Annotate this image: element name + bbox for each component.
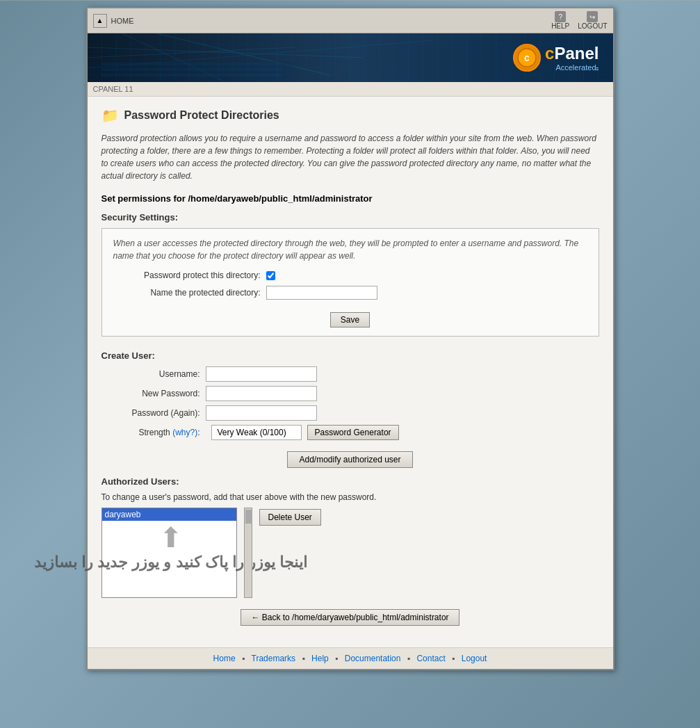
password-again-label: Password (Again): (101, 408, 206, 418)
footer-nav: Home ▪ Trademarks ▪ Help ▪ Documentation… (88, 647, 613, 669)
create-user-section: Create User: Username: New Password: Pas… (101, 350, 599, 440)
help-icon: ? (555, 11, 566, 22)
svg-rect-7 (101, 68, 281, 71)
cpanel-logo-text-group: c Panel Accelerated₂ (545, 44, 599, 72)
password-generator-button[interactable]: Password Generator (307, 425, 399, 440)
scrollbar[interactable] (244, 508, 252, 598)
authorized-users-header: Authorized Users: (101, 476, 599, 487)
breadcrumb: CPANEL 11 (88, 82, 613, 97)
add-modify-user-button[interactable]: Add/modify authorized user (287, 451, 412, 468)
sep5: ▪ (452, 654, 455, 663)
cpanel-text-row: c Panel (545, 44, 599, 63)
new-password-row: New Password: (101, 386, 599, 401)
new-password-input[interactable] (206, 386, 317, 401)
directory-name-input[interactable]: administrator (266, 286, 377, 300)
cpanel-logo-icon: c (513, 44, 541, 72)
logout-icon: ↪ (587, 11, 598, 22)
authorized-note: To change a user's password, add that us… (101, 492, 599, 502)
strength-display: Very Weak (0/100) (211, 425, 302, 440)
protect-checkbox[interactable] (266, 271, 275, 280)
protect-checkbox-row: Password protect this directory: (113, 270, 587, 280)
footer-documentation-link[interactable]: Documentation (345, 654, 401, 663)
delete-btn-col: Delete User (259, 508, 321, 526)
security-box: When a user accesses the protected direc… (101, 228, 599, 337)
back-btn-row: ← Back to /home/daryaweb/public_html/adm… (101, 609, 599, 626)
why-link[interactable]: (why?) (172, 428, 197, 437)
home-label: HOME (111, 17, 134, 25)
cpanel-logo: c c Panel Accelerated₂ (513, 44, 599, 72)
sep3: ▪ (335, 654, 338, 663)
security-note: When a user accesses the protected direc… (113, 237, 587, 262)
scrollbar-thumb[interactable] (245, 510, 252, 524)
page-title: Password Protect Directories (124, 109, 279, 122)
svg-text:c: c (524, 52, 530, 63)
list-item[interactable]: daryaweb (102, 508, 236, 521)
username-label: Username: (101, 369, 206, 379)
footer-help-link[interactable]: Help (311, 654, 329, 663)
password-again-row: Password (Again): (101, 405, 599, 421)
browser-window: ▲ HOME ? HELP ↪ LOGOUT (86, 7, 614, 670)
name-label: Name the protected directory: (113, 288, 266, 298)
password-again-input[interactable] (206, 405, 317, 421)
user-listbox-container: daryaweb ⬆ اینجا یوزر را پاک کنید و یوزر… (101, 508, 237, 598)
add-user-row: Add/modify authorized user (101, 451, 599, 468)
authorized-section: Authorized Users: To change a user's pas… (101, 476, 599, 598)
browser-toolbar: ▲ HOME ? HELP ↪ LOGOUT (88, 8, 613, 33)
strength-row: Strength (why?): Very Weak (0/100) Passw… (101, 425, 599, 440)
sep2: ▪ (302, 654, 304, 663)
logout-button[interactable]: ↪ LOGOUT (578, 11, 607, 30)
save-btn-row: Save (113, 307, 587, 327)
save-button[interactable]: Save (330, 312, 370, 327)
header-banner: c c Panel Accelerated₂ (88, 33, 613, 82)
create-user-header: Create User: (101, 350, 599, 361)
user-list-row: daryaweb ⬆ اینجا یوزر را پاک کنید و یوزر… (101, 508, 599, 598)
help-button[interactable]: ? HELP (551, 11, 569, 30)
directory-name-row: Name the protected directory: administra… (113, 286, 587, 300)
footer-contact-link[interactable]: Contact (416, 654, 445, 663)
new-password-label: New Password: (101, 389, 206, 398)
username-row: Username: (101, 366, 599, 382)
main-content: 📁 Password Protect Directories Password … (88, 97, 613, 647)
cpanel-panel: Panel (554, 44, 599, 63)
svg-rect-6 (101, 63, 281, 65)
user-listbox[interactable]: daryaweb (101, 508, 237, 598)
footer-home-link[interactable]: Home (213, 654, 236, 663)
strength-label: Strength (why?): (101, 428, 206, 437)
browser-nav-left: ▲ HOME (93, 14, 134, 28)
security-settings-header: Security Settings: (101, 212, 599, 223)
svg-rect-8 (101, 74, 281, 76)
back-button[interactable]: ← Back to /home/daryaweb/public_html/adm… (241, 609, 459, 626)
cpanel-c: c (545, 44, 554, 63)
delete-user-button[interactable]: Delete User (259, 509, 321, 526)
sep1: ▪ (242, 654, 245, 663)
svg-line-1 (88, 47, 295, 58)
folder-icon: 📁 (101, 107, 119, 124)
svg-line-0 (88, 47, 364, 58)
browser-nav-right: ? HELP ↪ LOGOUT (551, 11, 607, 30)
page-description: Password protection allows you to requir… (101, 132, 599, 182)
sep4: ▪ (407, 654, 410, 663)
cpanel-sub: Accelerated₂ (545, 63, 599, 72)
back-nav-button[interactable]: ▲ (93, 14, 107, 28)
footer-trademarks-link[interactable]: Trademarks (252, 654, 296, 663)
permissions-label: Set permissions for /home/daryaweb/publi… (101, 193, 599, 204)
username-input[interactable] (206, 366, 317, 382)
page-title-row: 📁 Password Protect Directories (101, 107, 599, 124)
footer-logout-link[interactable]: Logout (462, 654, 487, 663)
protect-label: Password protect this directory: (113, 270, 266, 280)
